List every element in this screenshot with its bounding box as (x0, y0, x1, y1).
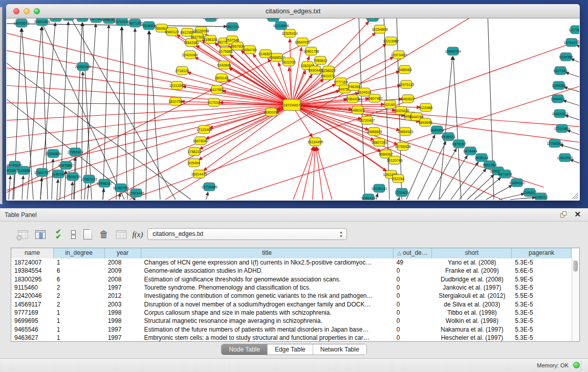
window-titlebar[interactable]: citations_edges.txt (6, 4, 580, 18)
graph-node[interactable]: 14035571 (13, 19, 29, 27)
graph-node[interactable]: 13958167 (96, 179, 112, 187)
graph-node[interactable]: 15716485 (201, 183, 217, 191)
graph-node[interactable]: 17359924 (67, 148, 83, 156)
graph-node[interactable]: 90975887 (58, 161, 74, 169)
graph-node[interactable]: 12810516 (557, 154, 573, 162)
graph-node[interactable]: 9115460 (419, 103, 433, 112)
graph-node[interactable]: 16678342 (192, 137, 208, 145)
graph-node[interactable]: 1758222 (187, 147, 201, 156)
graph-node[interactable]: 2803144 (214, 74, 228, 82)
tab-node-table[interactable]: Node Table (222, 344, 268, 355)
graph-node[interactable]: 16782759 (113, 184, 128, 192)
graph-node[interactable]: 10756928 (395, 142, 410, 150)
graph-node[interactable]: 12739506 (48, 18, 63, 21)
unselect-all-columns-button[interactable] (67, 228, 80, 241)
graph-node[interactable]: 2087682 (365, 18, 379, 21)
graph-node[interactable]: 10807487 (366, 94, 382, 102)
graph-node[interactable]: 1344413 (551, 95, 564, 103)
graph-node[interactable]: 1486322 (351, 106, 364, 114)
delete-table-button[interactable]: 🗑 (97, 228, 111, 241)
table-row[interactable]: 911546021997Tourette syndrome. Phenomeno… (11, 283, 572, 292)
graph-node[interactable]: 12923446 (128, 189, 144, 197)
graph-node[interactable]: 8427552 (210, 85, 224, 94)
graph-node[interactable]: 18640910 (294, 38, 310, 46)
column-header-pagerank[interactable]: pagerank (512, 248, 572, 258)
graph-node[interactable]: 16914479 (191, 170, 207, 178)
table-row[interactable]: 2242004622012Investigating the contribut… (11, 292, 572, 300)
graph-node[interactable]: 12213967 (383, 37, 399, 45)
table-row[interactable]: 1830029562008Estimation of significance … (11, 275, 572, 283)
graph-node[interactable]: 1733426 (395, 188, 408, 196)
column-header-out_de[interactable]: △out_de… (394, 248, 432, 258)
graph-node[interactable]: 8938923 (441, 133, 455, 141)
graph-node[interactable]: 20206506 (45, 149, 61, 158)
graph-node[interactable]: 10653287 (74, 18, 90, 21)
graph-node[interactable]: 16033809 (203, 18, 219, 21)
table-selector-dropdown[interactable]: citations_edges.txt ▲▼ (147, 228, 347, 240)
graph-node[interactable]: 14671355 (127, 19, 143, 27)
show-columns-button[interactable] (34, 228, 47, 241)
graph-node[interactable]: 18724007 (283, 99, 300, 111)
graph-node[interactable]: 17957223 (81, 175, 97, 183)
graph-node[interactable]: 9463627 (401, 95, 415, 103)
graph-node[interactable]: 1145194 (52, 170, 66, 178)
network-canvas[interactable]: 1403557120691406127395061055328710653287… (7, 18, 579, 200)
graph-node[interactable]: 18807293 (371, 138, 387, 146)
table-row[interactable]: 1938455462009Genome-wide association stu… (11, 267, 572, 275)
graph-node[interactable]: 9329366 (559, 53, 573, 61)
graph-node[interactable]: 12213393 (169, 81, 185, 90)
graph-node[interactable]: 7955812 (313, 56, 327, 64)
graph-node[interactable]: 7857224 (225, 23, 239, 31)
graph-node[interactable]: 16543382 (183, 38, 199, 47)
table-row[interactable]: 1872400712008Changes of HCN gene express… (11, 258, 572, 267)
graph-node[interactable]: 12975115 (399, 80, 415, 89)
function-builder-button[interactable]: f(x) (131, 228, 144, 241)
graph-node[interactable]: 746266 (348, 82, 360, 91)
graph-node[interactable]: 8960123 (165, 28, 179, 36)
graph-node[interactable]: 16154808 (372, 25, 387, 33)
graph-node[interactable]: 9175685 (219, 47, 232, 55)
graph-node[interactable]: 1821072 (321, 72, 335, 80)
graph-node[interactable]: 8454743 (243, 46, 256, 54)
graph-node[interactable]: 18300295 (263, 108, 279, 116)
scrollbar-thumb[interactable] (573, 260, 578, 272)
vertical-scrollbar[interactable] (572, 258, 579, 341)
column-header-in_degree[interactable]: in_degree (54, 248, 105, 258)
graph-node[interactable]: 20364436 (344, 95, 360, 103)
graph-node[interactable]: 1810755 (168, 97, 182, 105)
create-new-table-button[interactable] (81, 228, 94, 241)
graph-node[interactable]: 16419313 (552, 110, 568, 118)
graph-node[interactable]: 15720407 (359, 116, 375, 124)
graph-node[interactable]: 8186328 (203, 35, 217, 43)
graph-node[interactable]: 8471676 (498, 170, 512, 178)
graph-node[interactable]: 9693695 (418, 118, 432, 126)
table-settings-button[interactable] (16, 228, 30, 241)
graph-node[interactable]: 2718120 (175, 67, 189, 75)
graph-node[interactable]: 10654112 (509, 179, 525, 187)
graph-node[interactable]: 9474444 (463, 147, 477, 155)
graph-node[interactable]: 15134495 (307, 138, 323, 146)
graph-node[interactable]: 1840954 (430, 126, 444, 134)
graph-node[interactable]: 9227343 (553, 67, 567, 75)
tab-network-table[interactable]: Network Table (313, 344, 366, 355)
graph-node[interactable]: 7515526 (142, 21, 156, 30)
graph-node[interactable]: 13505135 (64, 172, 80, 181)
column-header-name[interactable]: name (11, 248, 54, 258)
graph-node[interactable]: 9245012 (534, 193, 548, 200)
tab-edge-table[interactable]: Edge Table (268, 344, 313, 355)
graph-node[interactable]: 8813054 (266, 18, 280, 21)
window-resize-grip[interactable] (572, 192, 578, 199)
graph-node[interactable]: 8990448 (308, 66, 322, 74)
graph-node[interactable]: 17210469 (554, 124, 570, 133)
graph-node[interactable]: 16648784 (445, 47, 461, 55)
table-row[interactable]: 969969511998Structural magnetic resonanc… (11, 317, 572, 325)
graph-node[interactable]: 1822203 (281, 58, 295, 66)
table-row[interactable]: 946362711997Embryonic stem cells: a mode… (11, 334, 572, 341)
graph-node[interactable]: 10688609 (366, 127, 382, 136)
graph-node[interactable]: 15751074 (563, 38, 579, 47)
graph-node[interactable]: 1115686 (17, 166, 30, 174)
graph-node[interactable]: 252254 (392, 174, 404, 183)
table-row[interactable]: 946554611997Estimation of the future num… (11, 325, 572, 333)
graph-node[interactable]: 917004 (208, 98, 220, 106)
graph-node[interactable]: 9242848 (217, 61, 231, 69)
